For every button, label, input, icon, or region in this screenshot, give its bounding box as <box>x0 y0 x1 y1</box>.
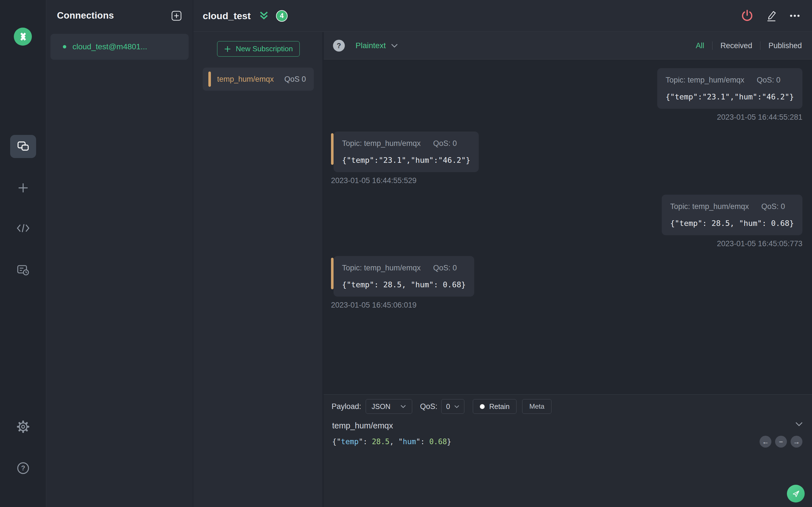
message-timestamp: 2023-01-05 16:45:05:773 <box>662 239 802 248</box>
retain-toggle[interactable]: Retain <box>473 399 516 414</box>
payload-editor[interactable]: {"temp": 28.5, "hum": 0.68} <box>332 438 451 446</box>
history-clear-button[interactable]: − <box>775 436 787 448</box>
send-button[interactable] <box>787 485 805 503</box>
history-next-button[interactable]: → <box>791 436 802 448</box>
retain-label: Retain <box>489 402 509 411</box>
rail-help-button[interactable]: ? <box>0 462 46 474</box>
editor-token: temp <box>341 438 359 446</box>
rail-connections-button[interactable] <box>0 135 46 158</box>
payload-type-value: JSON <box>371 402 391 411</box>
question-circle-icon: ? <box>17 462 30 474</box>
code-icon <box>16 223 30 234</box>
topic-input[interactable]: temp_hum/emqx <box>332 421 393 431</box>
collapse-publish-button[interactable] <box>795 421 803 427</box>
retain-dot-icon <box>480 404 485 409</box>
message-qos: QoS: 0 <box>757 76 780 84</box>
history-prev-button[interactable]: ← <box>760 436 771 448</box>
editor-token: ": <box>416 438 429 446</box>
connection-name: cloud_test@m4801... <box>72 42 147 51</box>
editor-token: {" <box>332 438 341 446</box>
message-count-badge: 4 <box>276 10 288 22</box>
rail-new-connection-button[interactable] <box>0 182 46 194</box>
plus-icon <box>17 182 29 194</box>
double-chevron-down-icon <box>259 10 269 21</box>
message-timestamp: 2023-01-05 16:45:06:019 <box>331 301 474 309</box>
subscription-color-bar <box>331 258 334 289</box>
chevron-down-icon <box>400 404 406 408</box>
message-bubble: Topic: temp_hum/emqx QoS: 0 {"temp": 28.… <box>662 194 802 235</box>
history-controls: ← − → <box>760 436 802 448</box>
connection-status-dot <box>63 45 66 48</box>
add-connection-button[interactable] <box>171 10 182 21</box>
rail-log-button[interactable] <box>0 264 46 276</box>
new-subscription-button[interactable]: New Subscription <box>217 41 300 57</box>
publish-panel: Payload: JSON QoS: 0 Retain Meta temp_hu… <box>324 394 812 507</box>
message-bubble: Topic: temp_hum/emqx QoS: 0 {"temp":"23.… <box>657 68 802 109</box>
message-bubble: Topic: temp_hum/emqx QoS: 0 {"temp": 28.… <box>334 256 474 297</box>
payload-label: Payload: <box>332 402 361 411</box>
subscription-qos: QoS 0 <box>284 75 306 83</box>
chevron-down-icon <box>795 421 803 427</box>
log-history-icon <box>17 264 30 276</box>
editor-token: hum <box>403 438 416 446</box>
filter-tab-all[interactable]: All <box>696 41 704 50</box>
send-plane-icon <box>792 490 800 498</box>
rail-settings-button[interactable] <box>0 420 46 433</box>
message-qos: QoS: 0 <box>761 202 785 211</box>
svg-text:?: ? <box>21 464 25 472</box>
collapse-panel-button[interactable] <box>259 10 269 21</box>
editor-token: ": <box>359 438 372 446</box>
connection-item[interactable]: cloud_test@m4801... <box>50 34 189 60</box>
messages-list: Topic: temp_hum/emqx QoS: 0 {"temp":"23.… <box>324 60 812 394</box>
message-published: Topic: temp_hum/emqx QoS: 0 {"temp":"23.… <box>657 68 802 122</box>
message-filter-tabs: All Received Published <box>696 41 802 50</box>
message-payload: {"temp":"23.1","hum":"46.2"} <box>666 93 794 101</box>
subscription-card[interactable]: temp_hum/emqx QoS 0 <box>203 68 314 91</box>
messages-toolbar: ? Plaintext All Received Published <box>324 32 812 59</box>
filter-tab-published[interactable]: Published <box>768 41 802 50</box>
editor-token: 0.68 <box>429 438 447 446</box>
subscriptions-panel: New Subscription temp_hum/emqx QoS 0 <box>193 32 323 507</box>
payload-help-icon[interactable]: ? <box>333 40 345 52</box>
subscription-color-bar <box>331 133 334 165</box>
more-options-button[interactable] <box>789 10 801 22</box>
subscription-color-bar <box>208 71 211 87</box>
tab-separator <box>712 41 713 50</box>
message-format-value: Plaintext <box>356 41 386 50</box>
chevron-down-icon <box>454 405 460 408</box>
disconnect-button[interactable] <box>741 9 754 22</box>
payload-type-select[interactable]: JSON <box>366 399 412 414</box>
editor-token: } <box>447 438 451 446</box>
message-payload: {"temp": 28.5, "hum": 0.68} <box>342 280 466 289</box>
message-topic: Topic: temp_hum/emqx <box>670 202 749 211</box>
edit-connection-button[interactable] <box>765 10 777 22</box>
plus-icon <box>224 45 231 53</box>
editor-token: 28.5 <box>372 438 390 446</box>
qos-select[interactable]: 0 <box>441 399 464 414</box>
connections-title: Connections <box>57 10 114 21</box>
meta-button[interactable]: Meta <box>522 399 551 414</box>
power-icon <box>741 9 754 22</box>
message-timestamp: 2023-01-05 16:44:55:281 <box>657 113 802 122</box>
message-topic: Topic: temp_hum/emqx <box>666 76 744 84</box>
filter-tab-received[interactable]: Received <box>720 41 752 50</box>
connections-panel: Connections cloud_test@m4801... <box>46 0 193 507</box>
chevron-down-icon <box>391 43 398 48</box>
mqttx-logo <box>14 27 32 46</box>
editor-token: , " <box>390 438 403 446</box>
qos-label: QoS: <box>420 402 438 411</box>
message-payload: {"temp":"23.1","hum":"46.2"} <box>342 156 470 165</box>
qos-value: 0 <box>446 402 450 411</box>
gear-icon <box>17 420 30 433</box>
ellipsis-icon <box>789 10 801 22</box>
message-received: Topic: temp_hum/emqx QoS: 0 {"temp": 28.… <box>331 256 474 309</box>
message-format-select[interactable]: Plaintext <box>356 41 398 50</box>
rail-script-button[interactable] <box>0 223 46 234</box>
meta-label: Meta <box>529 402 544 410</box>
pencil-edit-icon <box>765 10 777 22</box>
message-received: Topic: temp_hum/emqx QoS: 0 {"temp":"23.… <box>331 131 479 185</box>
message-qos: QoS: 0 <box>433 264 457 272</box>
tab-separator <box>760 41 761 50</box>
app-rail: ? <box>0 0 46 507</box>
message-qos: QoS: 0 <box>433 139 457 148</box>
